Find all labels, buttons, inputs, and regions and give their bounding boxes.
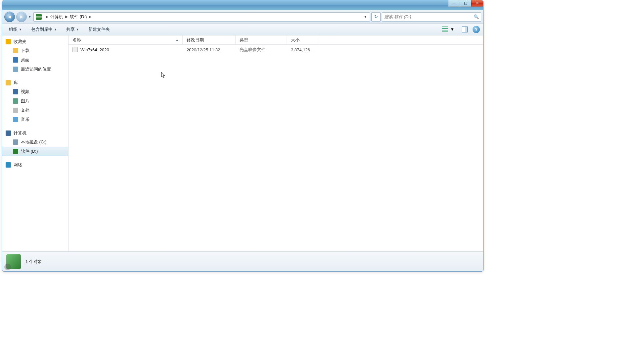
body: 收藏夹 下载 桌面 最近访问的位置 库 bbox=[2, 35, 483, 251]
refresh-button[interactable]: ↻ bbox=[371, 12, 381, 22]
breadcrumb-computer[interactable]: 计算机 bbox=[50, 14, 63, 20]
sidebar-item-favorites[interactable]: 收藏夹 bbox=[2, 37, 68, 46]
network-group: 网络 bbox=[2, 161, 68, 169]
status-bar: 1 个对象 bbox=[2, 251, 483, 271]
column-label: 名称 bbox=[72, 37, 81, 43]
include-in-library-menu[interactable]: 包含到库中 ▼ bbox=[28, 25, 60, 34]
sidebar-item-downloads[interactable]: 下载 bbox=[2, 46, 68, 55]
help-button[interactable]: ? bbox=[473, 26, 480, 33]
toolbar-label: 新建文件夹 bbox=[88, 26, 110, 32]
sidebar-item-network[interactable]: 网络 bbox=[2, 161, 68, 169]
sidebar-item-music[interactable]: 音乐 bbox=[2, 115, 68, 124]
sidebar-item-label: 库 bbox=[14, 80, 18, 86]
forward-button[interactable]: ► bbox=[16, 12, 27, 22]
chevron-down-icon: ▼ bbox=[76, 28, 79, 31]
chevron-down-icon: ▼ bbox=[450, 27, 454, 32]
column-headers: 名称 ▲ 修改日期 类型 大小 bbox=[69, 35, 483, 45]
file-name: Win7x64_2020 bbox=[80, 47, 109, 52]
network-icon bbox=[6, 162, 11, 168]
minimize-button[interactable]: — bbox=[448, 0, 460, 7]
sidebar-item-drive-c[interactable]: 本地磁盘 (C:) bbox=[2, 137, 68, 147]
drive-icon bbox=[13, 139, 18, 145]
navigation-pane: 收藏夹 下载 桌面 最近访问的位置 库 bbox=[2, 35, 69, 251]
computer-icon bbox=[6, 130, 11, 136]
column-label: 修改日期 bbox=[187, 37, 204, 43]
file-name-cell: Win7x64_2020 bbox=[69, 47, 183, 52]
preview-pane-button[interactable] bbox=[459, 25, 470, 34]
chevron-down-icon: ▼ bbox=[54, 28, 57, 31]
sidebar-item-label: 计算机 bbox=[14, 130, 26, 136]
status-text: 1 个对象 bbox=[25, 259, 42, 265]
desktop-icon bbox=[13, 57, 18, 63]
file-type-cell: 光盘映像文件 bbox=[236, 47, 287, 53]
downloads-icon bbox=[13, 48, 18, 53]
sidebar-item-libraries[interactable]: 库 bbox=[2, 78, 68, 87]
computer-group: 计算机 本地磁盘 (C:) 软件 (D:) bbox=[2, 129, 68, 156]
explorer-window: — ▢ ✕ ◄ ► ▼ ▶ 计算机 ▶ 软件 (D:) ▶ ▼ ↻ 🔍 组织 ▼ bbox=[2, 0, 483, 272]
search-box[interactable]: 🔍 bbox=[382, 12, 481, 22]
sidebar-item-drive-d[interactable]: 软件 (D:) bbox=[2, 147, 68, 156]
preview-pane-icon bbox=[462, 26, 468, 32]
view-mode-button[interactable]: ▼ bbox=[440, 25, 457, 34]
close-button[interactable]: ✕ bbox=[471, 0, 483, 7]
file-row[interactable]: Win7x64_2020 2020/12/25 11:32 光盘映像文件 3,8… bbox=[69, 45, 483, 55]
toolbar: 组织 ▼ 包含到库中 ▼ 共享 ▼ 新建文件夹 ▼ ? bbox=[2, 24, 483, 35]
favorites-group: 收藏夹 下载 桌面 最近访问的位置 bbox=[2, 37, 68, 74]
back-button[interactable]: ◄ bbox=[4, 12, 15, 22]
column-label: 类型 bbox=[240, 37, 248, 43]
pictures-icon bbox=[13, 98, 18, 104]
list-view-icon bbox=[442, 26, 448, 32]
file-size-cell: 3,874,126 ... bbox=[287, 47, 320, 52]
sidebar-item-label: 桌面 bbox=[21, 57, 29, 63]
file-date-cell: 2020/12/25 11:32 bbox=[183, 47, 236, 52]
chevron-right-icon[interactable]: ▶ bbox=[63, 15, 70, 19]
column-label: 大小 bbox=[291, 37, 299, 43]
sidebar-item-videos[interactable]: 视频 bbox=[2, 87, 68, 96]
library-icon bbox=[6, 80, 11, 85]
column-header-size[interactable]: 大小 bbox=[287, 35, 320, 44]
window-controls: — ▢ ✕ bbox=[448, 0, 483, 7]
chevron-right-icon[interactable]: ▶ bbox=[87, 15, 93, 19]
music-icon bbox=[13, 117, 18, 122]
drive-icon bbox=[36, 14, 42, 20]
drive-icon bbox=[13, 149, 18, 154]
documents-icon bbox=[13, 108, 18, 113]
address-bar[interactable]: ▶ 计算机 ▶ 软件 (D:) ▶ ▼ bbox=[33, 12, 370, 22]
column-header-type[interactable]: 类型 bbox=[236, 35, 287, 44]
chevron-right-icon[interactable]: ▶ bbox=[44, 15, 50, 19]
sidebar-item-label: 视频 bbox=[21, 89, 29, 95]
share-menu[interactable]: 共享 ▼ bbox=[63, 25, 82, 34]
search-icon[interactable]: 🔍 bbox=[474, 14, 479, 19]
column-header-name[interactable]: 名称 ▲ bbox=[69, 35, 183, 44]
libraries-group: 库 视频 图片 文档 音乐 bbox=[2, 78, 68, 124]
sidebar-item-label: 本地磁盘 (C:) bbox=[21, 139, 46, 145]
search-input[interactable] bbox=[384, 13, 474, 21]
sidebar-item-label: 软件 (D:) bbox=[21, 148, 38, 154]
sidebar-item-computer[interactable]: 计算机 bbox=[2, 129, 68, 137]
sidebar-item-label: 网络 bbox=[14, 162, 22, 168]
sidebar-item-label: 下载 bbox=[21, 48, 29, 54]
video-icon bbox=[13, 89, 18, 94]
nav-history-dropdown[interactable]: ▼ bbox=[28, 15, 32, 19]
sidebar-item-pictures[interactable]: 图片 bbox=[2, 96, 68, 106]
recent-icon bbox=[13, 67, 18, 72]
maximize-button[interactable]: ▢ bbox=[460, 0, 472, 7]
new-folder-button[interactable]: 新建文件夹 bbox=[85, 25, 113, 34]
sidebar-item-label: 文档 bbox=[21, 107, 29, 113]
file-list-pane[interactable]: 名称 ▲ 修改日期 类型 大小 Win7x64_2020 2020/1 bbox=[69, 35, 483, 251]
breadcrumb-current[interactable]: 软件 (D:) bbox=[70, 14, 87, 20]
sidebar-item-desktop[interactable]: 桌面 bbox=[2, 55, 68, 65]
sidebar-item-label: 音乐 bbox=[21, 117, 29, 123]
column-header-date[interactable]: 修改日期 bbox=[183, 35, 236, 44]
sidebar-item-recent[interactable]: 最近访问的位置 bbox=[2, 65, 68, 74]
organize-menu[interactable]: 组织 ▼ bbox=[6, 25, 25, 34]
sidebar-item-documents[interactable]: 文档 bbox=[2, 106, 68, 115]
sidebar-item-label: 最近访问的位置 bbox=[21, 66, 51, 72]
titlebar[interactable]: — ▢ ✕ bbox=[2, 0, 483, 10]
address-dropdown[interactable]: ▼ bbox=[361, 13, 370, 21]
cursor-icon bbox=[161, 72, 166, 78]
chevron-down-icon: ▼ bbox=[19, 28, 22, 31]
sort-ascending-icon: ▲ bbox=[176, 38, 178, 41]
iso-file-icon bbox=[72, 47, 78, 52]
star-icon bbox=[6, 39, 11, 44]
